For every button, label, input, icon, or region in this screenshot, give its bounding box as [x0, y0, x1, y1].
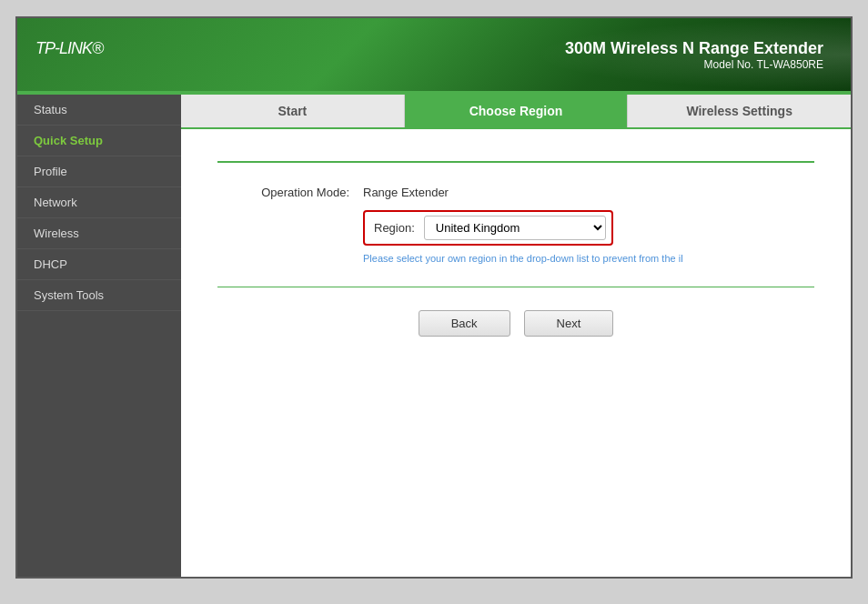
main-content: Start Choose Region Wireless Settings Op…: [181, 95, 851, 577]
section-bottom-line: [217, 287, 814, 287]
back-button[interactable]: Back: [419, 310, 510, 337]
sidebar-item-status[interactable]: Status: [17, 95, 181, 126]
sidebar-item-network[interactable]: Network: [17, 187, 181, 218]
tab-wireless-settings[interactable]: Wireless Settings: [628, 95, 851, 127]
operation-mode-row: Operation Mode: Range Extender: [217, 186, 814, 199]
product-name: 300M Wireless N Range Extender: [565, 39, 823, 58]
sidebar-item-wireless[interactable]: Wireless: [17, 218, 181, 249]
sidebar-item-quick-setup[interactable]: Quick Setup: [17, 126, 181, 156]
header-right: 300M Wireless N Range Extender Model No.…: [565, 39, 823, 71]
region-label: Region:: [370, 221, 424, 235]
section-top-line: [217, 161, 814, 163]
region-select[interactable]: United Kingdom United States Germany Fra…: [424, 216, 606, 240]
logo: TP-LINK®: [35, 35, 103, 74]
logo-text: TP-LINK: [35, 39, 92, 57]
wizard-tabs: Start Choose Region Wireless Settings: [181, 95, 851, 129]
sidebar: Status Quick Setup Profile Network Wirel…: [17, 95, 181, 577]
operation-mode-label: Operation Mode:: [217, 186, 363, 199]
header: TP-LINK® 300M Wireless N Range Extender …: [17, 18, 851, 91]
region-row: Region: United Kingdom United States Ger…: [217, 210, 814, 246]
button-row: Back Next: [217, 310, 814, 337]
logo-trademark: ®: [92, 39, 103, 57]
tab-start[interactable]: Start: [181, 95, 405, 127]
sidebar-item-system-tools[interactable]: System Tools: [17, 280, 181, 311]
sidebar-item-dhcp[interactable]: DHCP: [17, 249, 181, 280]
region-highlight-box: Region: United Kingdom United States Ger…: [363, 210, 613, 246]
tab-choose-region[interactable]: Choose Region: [405, 95, 629, 127]
next-button[interactable]: Next: [524, 310, 614, 337]
operation-mode-value: Range Extender: [363, 186, 449, 199]
sidebar-item-profile[interactable]: Profile: [17, 156, 181, 187]
body-layout: Status Quick Setup Profile Network Wirel…: [17, 95, 851, 577]
content-area: Operation Mode: Range Extender Region: U…: [181, 129, 851, 364]
region-helper-text: Please select your own region in the dro…: [363, 253, 814, 264]
model-number: Model No. TL-WA850RE: [565, 58, 823, 71]
